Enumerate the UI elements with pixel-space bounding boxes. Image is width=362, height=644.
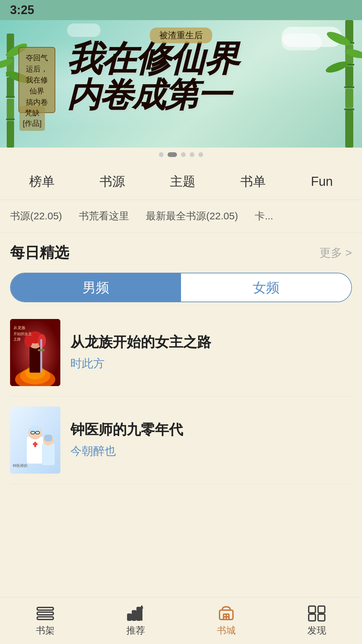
tab-shudan[interactable]: 书单 bbox=[234, 170, 273, 193]
svg-rect-53 bbox=[37, 617, 53, 620]
svg-rect-39 bbox=[27, 437, 44, 464]
banner-title-line1: 我在修仙界 bbox=[67, 40, 349, 77]
svg-rect-16 bbox=[345, 110, 353, 148]
book-list: 从龙族 开始的女主 之路 从龙族开始的女主之路 时此方 bbox=[0, 309, 362, 484]
svg-rect-2 bbox=[7, 77, 14, 97]
svg-rect-64 bbox=[309, 614, 315, 621]
book-author-2: 今朝醉也 bbox=[70, 443, 352, 459]
svg-rect-49 bbox=[44, 435, 52, 441]
book-title-1: 从龙族开始的女主之路 bbox=[70, 334, 352, 351]
bottom-nav: 书架 推荐 书城 bbox=[0, 597, 362, 644]
banner[interactable]: 被渣重生后 夺回气运后， 我在修 仙界 搞内卷 梵缺 [作品] 我在修仙界 内卷… bbox=[0, 20, 362, 148]
svg-rect-62 bbox=[309, 606, 315, 613]
book-info-2: 钟医师的九零年代 今朝醉也 bbox=[70, 421, 352, 459]
banner-title-line2: 内卷成第一 bbox=[67, 77, 349, 112]
cloud-top bbox=[67, 23, 101, 37]
toggle-female[interactable]: 女频 bbox=[181, 273, 351, 302]
book-cover-2: 钟医师的 bbox=[10, 407, 60, 474]
dot-5 bbox=[198, 152, 203, 157]
gender-toggle: 男频 女频 bbox=[10, 273, 352, 302]
nav-tabs-bar: 榜单 书源 主题 书单 Fun bbox=[0, 160, 362, 200]
nav-label-recommend: 推荐 bbox=[126, 624, 145, 637]
daily-section-title: 每日精选 bbox=[10, 243, 69, 263]
banner-author-label: 梵缺 [作品] bbox=[19, 106, 45, 131]
toggle-male[interactable]: 男频 bbox=[11, 273, 181, 302]
grid-icon bbox=[307, 605, 327, 622]
svg-rect-33 bbox=[40, 339, 42, 373]
cover-art-1: 从龙族 开始的女主 之路 bbox=[10, 319, 60, 386]
tag-more[interactable]: 卡... bbox=[255, 209, 273, 223]
dot-4 bbox=[190, 152, 194, 157]
tag-zuixin[interactable]: 最新最全书源(22.05) bbox=[146, 209, 238, 223]
book-author-1: 时此方 bbox=[70, 356, 352, 371]
banner-dots bbox=[0, 148, 362, 160]
svg-point-31 bbox=[24, 334, 33, 347]
book-item-2[interactable]: 钟医师的 钟医师的九零年代 今朝醉也 bbox=[10, 396, 352, 484]
dot-3 bbox=[181, 152, 186, 157]
tab-bangdan[interactable]: 榜单 bbox=[22, 170, 61, 193]
svg-text:之路: 之路 bbox=[13, 337, 21, 341]
chart-icon bbox=[126, 605, 146, 622]
book-cover-1: 从龙族 开始的女主 之路 bbox=[10, 319, 60, 386]
svg-rect-8 bbox=[6, 118, 15, 120]
svg-text:钟医师的: 钟医师的 bbox=[12, 464, 27, 468]
banner-top-label: 被渣重生后 bbox=[150, 28, 212, 43]
nav-label-shelf: 书架 bbox=[36, 624, 55, 637]
svg-text:从龙族: 从龙族 bbox=[13, 325, 25, 330]
svg-rect-51 bbox=[37, 607, 53, 610]
nav-label-store: 书城 bbox=[217, 624, 236, 637]
tag-shuhuang[interactable]: 书荒看这里 bbox=[79, 209, 129, 223]
book-title-2: 钟医师的九零年代 bbox=[70, 421, 352, 438]
svg-rect-46 bbox=[33, 443, 38, 445]
bottom-spacer bbox=[0, 484, 362, 538]
svg-rect-34 bbox=[38, 349, 45, 351]
banner-side-label: 夺回气运后， 我在修 仙界 搞内卷 bbox=[18, 47, 55, 113]
store-icon bbox=[216, 605, 236, 622]
nav-item-shelf[interactable]: 书架 bbox=[35, 605, 55, 637]
svg-rect-54 bbox=[128, 614, 131, 620]
daily-section-more[interactable]: 更多 > bbox=[319, 245, 352, 261]
book-info-1: 从龙族开始的女主之路 时此方 bbox=[70, 334, 352, 371]
status-time: 3:25 bbox=[10, 3, 34, 17]
tag-bar: 书源(22.05) 书荒看这里 最新最全书源(22.05) 卡... bbox=[0, 200, 362, 233]
cover-art-2: 钟医师的 bbox=[10, 407, 60, 474]
tag-shuyuan-version[interactable]: 书源(22.05) bbox=[10, 209, 62, 223]
svg-rect-52 bbox=[37, 612, 53, 615]
book-item-1[interactable]: 从龙族 开始的女主 之路 从龙族开始的女主之路 时此方 bbox=[10, 309, 352, 396]
svg-rect-3 bbox=[7, 99, 14, 119]
status-bar: 3:25 bbox=[0, 0, 362, 20]
daily-section-header: 每日精选 更多 > bbox=[0, 233, 362, 269]
svg-rect-63 bbox=[318, 606, 325, 613]
dot-2 bbox=[168, 152, 177, 157]
banner-main-text-area: 我在修仙界 内卷成第一 bbox=[67, 40, 349, 112]
tab-zhuti[interactable]: 主题 bbox=[163, 170, 202, 193]
svg-rect-65 bbox=[318, 614, 325, 621]
tab-fun[interactable]: Fun bbox=[304, 172, 339, 192]
svg-rect-4 bbox=[7, 121, 14, 148]
svg-text:开始的女主: 开始的女主 bbox=[13, 332, 32, 336]
nav-item-store[interactable]: 书城 bbox=[216, 605, 236, 637]
tab-shuyuan[interactable]: 书源 bbox=[93, 170, 132, 193]
svg-rect-55 bbox=[132, 611, 136, 620]
svg-rect-7 bbox=[6, 96, 15, 98]
nav-item-discover[interactable]: 发现 bbox=[307, 605, 327, 637]
nav-item-recommend[interactable]: 推荐 bbox=[126, 605, 146, 637]
svg-rect-47 bbox=[42, 443, 55, 465]
nav-label-discover: 发现 bbox=[307, 624, 326, 637]
shelf-icon bbox=[35, 605, 55, 622]
dot-1 bbox=[159, 152, 164, 157]
svg-rect-56 bbox=[137, 607, 140, 620]
